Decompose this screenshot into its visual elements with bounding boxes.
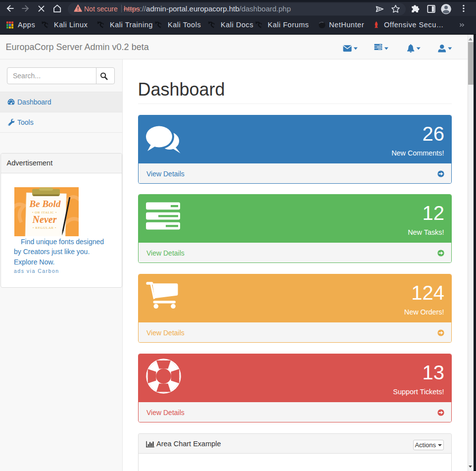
svg-text:• REGULAR •: • REGULAR • bbox=[33, 226, 56, 230]
svg-text:Be Bold: Be Bold bbox=[29, 199, 61, 209]
svg-text:Never: Never bbox=[32, 214, 57, 225]
